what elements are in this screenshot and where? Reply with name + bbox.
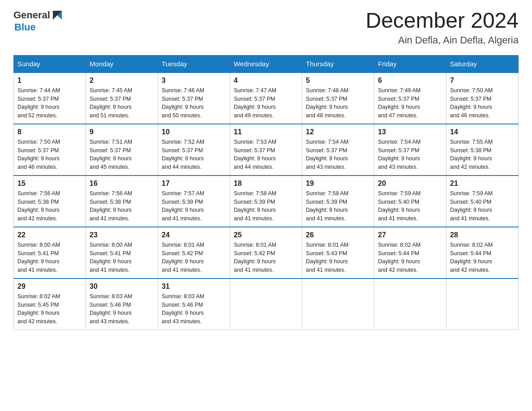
calendar-day-cell: 30 Sunrise: 8:03 AM Sunset: 5:46 PM Dayl… — [86, 278, 158, 330]
day-number: 6 — [378, 77, 442, 85]
calendar-day-cell: 29 Sunrise: 8:02 AM Sunset: 5:45 PM Dayl… — [14, 278, 86, 330]
sunrise-label: Sunrise: 8:03 AM — [90, 293, 132, 300]
calendar-day-cell: 24 Sunrise: 8:01 AM Sunset: 5:42 PM Dayl… — [158, 227, 230, 278]
calendar-day-cell: 12 Sunrise: 7:54 AM Sunset: 5:37 PM Dayl… — [302, 124, 374, 176]
calendar-day-cell: 2 Sunrise: 7:45 AM Sunset: 5:37 PM Dayli… — [86, 73, 158, 124]
sunrise-label: Sunrise: 8:00 AM — [17, 242, 60, 248]
day-number: 31 — [162, 283, 226, 291]
calendar-day-header: Saturday — [446, 55, 519, 73]
daylight-minutes: and 46 minutes. — [450, 112, 490, 119]
day-info: Sunrise: 8:03 AM Sunset: 5:46 PM Dayligh… — [162, 292, 226, 326]
daylight-label: Daylight: 9 hours — [378, 155, 420, 162]
day-number: 23 — [90, 231, 154, 239]
day-number: 20 — [378, 180, 442, 188]
day-info: Sunrise: 7:54 AM Sunset: 5:37 PM Dayligh… — [306, 138, 370, 171]
daylight-minutes: and 43 minutes. — [378, 164, 418, 170]
daylight-minutes: and 41 minutes. — [306, 267, 346, 273]
day-number: 22 — [17, 231, 82, 239]
daylight-minutes: and 43 minutes. — [306, 164, 346, 170]
sunrise-label: Sunrise: 7:53 AM — [234, 139, 276, 145]
sunrise-label: Sunrise: 7:56 AM — [17, 190, 60, 197]
day-number: 25 — [234, 231, 298, 239]
sunset-label: Sunset: 5:45 PM — [17, 302, 59, 308]
sunset-label: Sunset: 5:37 PM — [162, 147, 203, 154]
day-number: 2 — [90, 77, 154, 85]
calendar-day-header: Wednesday — [230, 55, 302, 73]
day-info: Sunrise: 7:50 AM Sunset: 5:37 PM Dayligh… — [450, 86, 515, 120]
calendar-day-header: Friday — [374, 55, 446, 73]
sunrise-label: Sunrise: 8:01 AM — [234, 242, 276, 248]
sunset-label: Sunset: 5:37 PM — [378, 147, 419, 154]
calendar-day-cell: 9 Sunrise: 7:51 AM Sunset: 5:37 PM Dayli… — [86, 124, 158, 176]
daylight-label: Daylight: 9 hours — [378, 104, 420, 110]
daylight-label: Daylight: 9 hours — [306, 258, 348, 265]
day-info: Sunrise: 8:00 AM Sunset: 5:41 PM Dayligh… — [90, 241, 154, 274]
sunset-label: Sunset: 5:46 PM — [162, 302, 203, 308]
day-info: Sunrise: 7:51 AM Sunset: 5:37 PM Dayligh… — [90, 138, 154, 171]
calendar-day-cell — [302, 278, 374, 330]
sunset-label: Sunset: 5:37 PM — [90, 96, 131, 102]
daylight-label: Daylight: 9 hours — [450, 207, 492, 213]
title-block: December 2024 Ain Defla, Ain Defla, Alge… — [365, 9, 519, 46]
daylight-minutes: and 41 minutes. — [90, 267, 129, 273]
calendar-week-row: 29 Sunrise: 8:02 AM Sunset: 5:45 PM Dayl… — [14, 278, 519, 330]
daylight-label: Daylight: 9 hours — [306, 207, 348, 213]
sunrise-label: Sunrise: 7:58 AM — [234, 190, 276, 197]
daylight-label: Daylight: 9 hours — [90, 258, 132, 265]
calendar-day-header: Monday — [86, 55, 158, 73]
daylight-label: Daylight: 9 hours — [234, 258, 276, 265]
day-number: 7 — [450, 77, 515, 85]
calendar-day-cell: 20 Sunrise: 7:59 AM Sunset: 5:40 PM Dayl… — [374, 176, 446, 227]
sunrise-label: Sunrise: 7:57 AM — [162, 190, 204, 197]
daylight-minutes: and 50 minutes. — [162, 112, 202, 119]
day-info: Sunrise: 7:57 AM Sunset: 5:39 PM Dayligh… — [162, 189, 226, 223]
day-number: 4 — [234, 77, 298, 85]
day-info: Sunrise: 7:58 AM Sunset: 5:39 PM Dayligh… — [234, 189, 298, 223]
page-title: December 2024 — [365, 9, 519, 33]
daylight-label: Daylight: 9 hours — [162, 310, 204, 316]
daylight-minutes: and 42 minutes. — [17, 318, 57, 325]
day-info: Sunrise: 8:03 AM Sunset: 5:46 PM Dayligh… — [90, 292, 154, 326]
daylight-label: Daylight: 9 hours — [234, 104, 276, 110]
daylight-label: Daylight: 9 hours — [378, 258, 420, 265]
daylight-label: Daylight: 9 hours — [90, 310, 132, 316]
day-info: Sunrise: 7:55 AM Sunset: 5:38 PM Dayligh… — [450, 138, 515, 171]
day-number: 18 — [234, 180, 298, 188]
sunrise-label: Sunrise: 7:46 AM — [162, 87, 204, 94]
calendar-day-header: Sunday — [14, 55, 86, 73]
daylight-minutes: and 48 minutes. — [306, 112, 346, 119]
day-number: 1 — [17, 77, 82, 85]
sunset-label: Sunset: 5:37 PM — [17, 96, 59, 102]
calendar-week-row: 8 Sunrise: 7:50 AM Sunset: 5:37 PM Dayli… — [14, 124, 519, 176]
daylight-label: Daylight: 9 hours — [17, 258, 60, 265]
day-info: Sunrise: 7:48 AM Sunset: 5:37 PM Dayligh… — [306, 86, 370, 120]
day-number: 27 — [378, 231, 442, 239]
sunset-label: Sunset: 5:40 PM — [450, 199, 491, 205]
sunset-label: Sunset: 5:40 PM — [378, 199, 419, 205]
logo: General Blue — [13, 9, 64, 33]
daylight-label: Daylight: 9 hours — [17, 207, 60, 213]
sunrise-label: Sunrise: 7:52 AM — [162, 139, 204, 145]
day-number: 12 — [306, 128, 370, 136]
calendar-header-row: SundayMondayTuesdayWednesdayThursdayFrid… — [14, 55, 519, 73]
calendar-day-cell: 13 Sunrise: 7:54 AM Sunset: 5:37 PM Dayl… — [374, 124, 446, 176]
sunset-label: Sunset: 5:41 PM — [90, 250, 131, 257]
calendar-day-cell: 3 Sunrise: 7:46 AM Sunset: 5:37 PM Dayli… — [158, 73, 230, 124]
day-number: 28 — [450, 231, 515, 239]
day-number: 8 — [17, 128, 82, 136]
day-info: Sunrise: 7:49 AM Sunset: 5:37 PM Dayligh… — [378, 86, 442, 120]
day-number: 21 — [450, 180, 515, 188]
calendar-day-cell: 17 Sunrise: 7:57 AM Sunset: 5:39 PM Dayl… — [158, 176, 230, 227]
sunset-label: Sunset: 5:37 PM — [450, 96, 491, 102]
day-number: 14 — [450, 128, 515, 136]
calendar-day-cell: 16 Sunrise: 7:56 AM Sunset: 5:38 PM Dayl… — [86, 176, 158, 227]
day-info: Sunrise: 7:58 AM Sunset: 5:39 PM Dayligh… — [306, 189, 370, 223]
sunset-label: Sunset: 5:37 PM — [306, 147, 347, 154]
logo-general: General — [13, 9, 50, 21]
sunset-label: Sunset: 5:42 PM — [234, 250, 275, 257]
calendar-day-cell: 21 Sunrise: 7:59 AM Sunset: 5:40 PM Dayl… — [446, 176, 519, 227]
calendar-day-cell: 4 Sunrise: 7:47 AM Sunset: 5:37 PM Dayli… — [230, 73, 302, 124]
sunset-label: Sunset: 5:41 PM — [17, 250, 59, 257]
daylight-minutes: and 41 minutes. — [17, 267, 57, 273]
sunset-label: Sunset: 5:43 PM — [306, 250, 347, 257]
